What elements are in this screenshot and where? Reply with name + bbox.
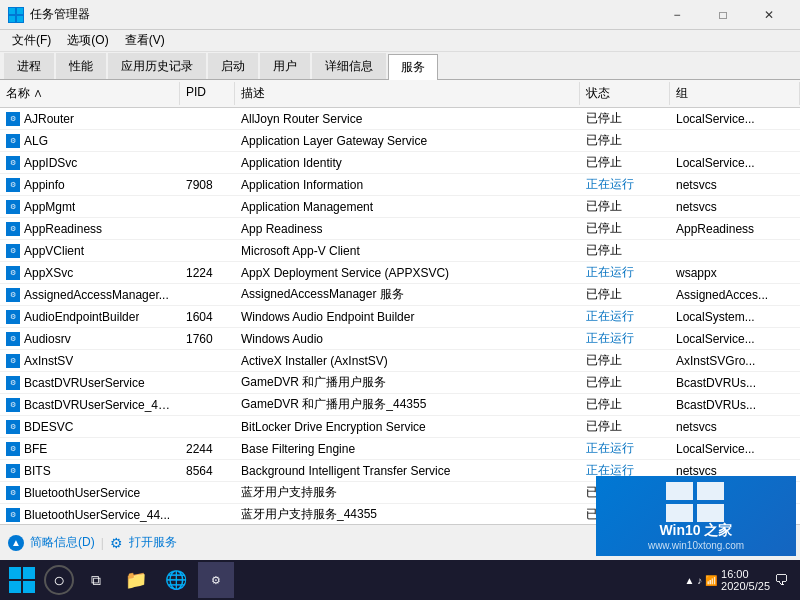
service-name: AppReadiness (24, 222, 102, 236)
taskmanager-button[interactable]: ⚙ (198, 562, 234, 598)
summary-button[interactable]: 简略信息(D) (30, 534, 95, 551)
cell-pid (180, 504, 235, 524)
cell-desc: Application Management (235, 196, 580, 217)
service-icon: ⚙ (6, 376, 20, 390)
table-header: 名称 ∧ PID 描述 状态 组 (0, 80, 800, 108)
cell-group (670, 130, 800, 151)
cell-desc: ActiveX Installer (AxInstSV) (235, 350, 580, 371)
cell-name: ⚙BDESVC (0, 416, 180, 437)
tab-用户[interactable]: 用户 (260, 53, 310, 79)
svg-rect-11 (697, 504, 724, 522)
cell-desc: 蓝牙用户支持服务_44355 (235, 504, 580, 524)
task-view-button[interactable]: ⧉ (78, 562, 114, 598)
cell-status: 已停止 (580, 394, 670, 415)
cell-pid: 1604 (180, 306, 235, 327)
watermark: Win10 之家 www.win10xtong.com (596, 476, 796, 556)
divider: | (101, 536, 104, 550)
search-button[interactable]: ○ (44, 565, 74, 595)
tab-进程[interactable]: 进程 (4, 53, 54, 79)
cell-pid: 1224 (180, 262, 235, 283)
table-row[interactable]: ⚙AppReadinessApp Readiness已停止AppReadines… (0, 218, 800, 240)
cell-desc: Microsoft App-V Client (235, 240, 580, 261)
svg-rect-7 (23, 581, 35, 593)
cell-status: 正在运行 (580, 174, 670, 195)
gear-icon: ⚙ (110, 535, 123, 551)
tab-应用历史记录[interactable]: 应用历史记录 (108, 53, 206, 79)
collapse-icon: ▲ (8, 535, 24, 551)
header-status[interactable]: 状态 (580, 82, 670, 105)
svg-rect-5 (23, 567, 35, 579)
header-name[interactable]: 名称 ∧ (0, 82, 180, 105)
cell-status: 已停止 (580, 350, 670, 371)
table-row[interactable]: ⚙AxInstSVActiveX Installer (AxInstSV)已停止… (0, 350, 800, 372)
watermark-brand: Win10 之家 (660, 522, 733, 540)
maximize-button[interactable]: □ (700, 0, 746, 30)
start-button[interactable] (4, 562, 40, 598)
service-icon: ⚙ (6, 200, 20, 214)
tab-服务[interactable]: 服务 (388, 54, 438, 80)
cell-desc: Application Information (235, 174, 580, 195)
table-row[interactable]: ⚙Appinfo7908Application Information正在运行n… (0, 174, 800, 196)
table-row[interactable]: ⚙AppXSvc1224AppX Deployment Service (APP… (0, 262, 800, 284)
minimize-button[interactable]: − (654, 0, 700, 30)
menu-item-选项(O)[interactable]: 选项(O) (59, 30, 116, 51)
service-icon: ⚙ (6, 508, 20, 522)
cell-status: 已停止 (580, 108, 670, 129)
cell-name: ⚙AudioEndpointBuilder (0, 306, 180, 327)
menu-item-查看(V)[interactable]: 查看(V) (117, 30, 173, 51)
table-row[interactable]: ⚙AssignedAccessManager...AssignedAccessM… (0, 284, 800, 306)
service-icon: ⚙ (6, 288, 20, 302)
header-desc[interactable]: 描述 (235, 82, 580, 105)
cell-pid (180, 372, 235, 393)
service-icon: ⚙ (6, 178, 20, 192)
table-row[interactable]: ⚙ALGApplication Layer Gateway Service已停止 (0, 130, 800, 152)
table-row[interactable]: ⚙AppIDSvcApplication Identity已停止LocalSer… (0, 152, 800, 174)
services-table-container: 名称 ∧ PID 描述 状态 组 ⚙AJRouterAllJoyn Router… (0, 80, 800, 524)
table-row[interactable]: ⚙BcastDVRUserServiceGameDVR 和广播用户服务已停止Bc… (0, 372, 800, 394)
file-explorer-button[interactable]: 📁 (118, 562, 154, 598)
cell-status: 正在运行 (580, 262, 670, 283)
header-group[interactable]: 组 (670, 82, 800, 105)
table-row[interactable]: ⚙Audiosrv1760Windows Audio正在运行LocalServi… (0, 328, 800, 350)
cell-name: ⚙AppMgmt (0, 196, 180, 217)
cell-pid (180, 130, 235, 151)
table-row[interactable]: ⚙BDESVCBitLocker Drive Encryption Servic… (0, 416, 800, 438)
table-body[interactable]: ⚙AJRouterAllJoyn Router Service已停止LocalS… (0, 108, 800, 524)
tab-bar: 进程性能应用历史记录启动用户详细信息服务 (0, 52, 800, 80)
cell-pid (180, 152, 235, 173)
svg-rect-0 (9, 8, 15, 14)
table-row[interactable]: ⚙AudioEndpointBuilder1604Windows Audio E… (0, 306, 800, 328)
table-row[interactable]: ⚙BcastDVRUserService_44...GameDVR 和广播用户服… (0, 394, 800, 416)
header-pid[interactable]: PID (180, 82, 235, 105)
cell-group: wsappx (670, 262, 800, 283)
cell-pid (180, 196, 235, 217)
table-row[interactable]: ⚙BFE2244Base Filtering Engine正在运行LocalSe… (0, 438, 800, 460)
table-row[interactable]: ⚙AppVClientMicrosoft App-V Client已停止 (0, 240, 800, 262)
browser-button[interactable]: 🌐 (158, 562, 194, 598)
service-icon: ⚙ (6, 420, 20, 434)
open-services-button[interactable]: 打开服务 (129, 534, 177, 551)
cell-pid (180, 218, 235, 239)
cell-status: 已停止 (580, 240, 670, 261)
close-button[interactable]: ✕ (746, 0, 792, 30)
table-row[interactable]: ⚙AppMgmtApplication Management已停止netsvcs (0, 196, 800, 218)
cell-group: LocalService... (670, 152, 800, 173)
clock: 16:002020/5/25 (721, 568, 770, 592)
service-name: Audiosrv (24, 332, 71, 346)
cell-group: LocalSystem... (670, 306, 800, 327)
menu-item-文件(F)[interactable]: 文件(F) (4, 30, 59, 51)
tab-启动[interactable]: 启动 (208, 53, 258, 79)
service-name: BFE (24, 442, 47, 456)
tab-性能[interactable]: 性能 (56, 53, 106, 79)
service-icon: ⚙ (6, 464, 20, 478)
service-name: BcastDVRUserService_44... (24, 398, 174, 412)
cell-group: LocalService... (670, 108, 800, 129)
cell-name: ⚙BITS (0, 460, 180, 481)
service-icon: ⚙ (6, 134, 20, 148)
cell-name: ⚙AppXSvc (0, 262, 180, 283)
cell-group: BcastDVRUs... (670, 372, 800, 393)
table-row[interactable]: ⚙AJRouterAllJoyn Router Service已停止LocalS… (0, 108, 800, 130)
svg-rect-2 (9, 16, 15, 22)
service-name: AppMgmt (24, 200, 75, 214)
tab-详细信息[interactable]: 详细信息 (312, 53, 386, 79)
